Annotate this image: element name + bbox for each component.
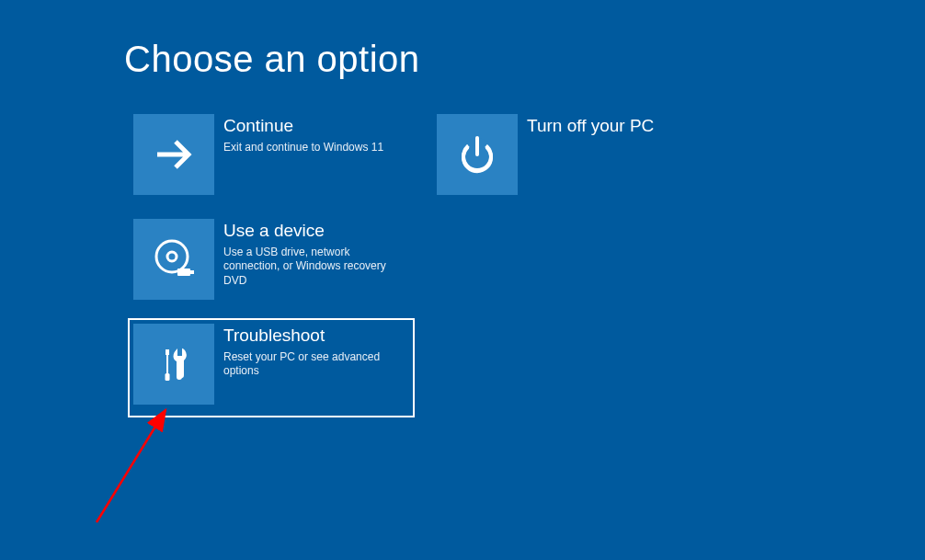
svg-rect-7: [177, 348, 182, 356]
use-device-tile[interactable]: Use a device Use a USB drive, network co…: [128, 213, 415, 305]
svg-rect-3: [190, 270, 194, 274]
svg-rect-2: [177, 269, 190, 276]
tile-subtitle: Use a USB drive, network connection, or …: [223, 246, 407, 289]
tile-title: Turn off your PC: [527, 116, 654, 137]
tile-title: Use a device: [223, 221, 407, 242]
svg-rect-5: [166, 355, 168, 373]
troubleshoot-tile[interactable]: Troubleshoot Reset your PC or see advanc…: [128, 318, 415, 417]
tile-title: Troubleshoot: [223, 326, 407, 347]
arrow-right-icon: [133, 114, 214, 195]
disc-usb-icon: [133, 219, 214, 300]
svg-rect-4: [166, 349, 169, 355]
page-title: Choose an option: [124, 39, 420, 80]
tile-subtitle: Reset your PC or see advanced options: [223, 350, 407, 379]
svg-point-1: [167, 252, 177, 261]
svg-point-0: [156, 241, 188, 272]
continue-tile[interactable]: Continue Exit and continue to Windows 11: [128, 109, 415, 200]
tile-title: Continue: [223, 116, 383, 137]
option-tiles: Continue Exit and continue to Windows 11…: [128, 109, 790, 430]
turn-off-tile[interactable]: Turn off your PC: [431, 109, 718, 200]
svg-rect-6: [166, 373, 170, 381]
tile-subtitle: Exit and continue to Windows 11: [223, 141, 383, 155]
tools-icon: [133, 324, 214, 405]
power-icon: [437, 114, 518, 195]
